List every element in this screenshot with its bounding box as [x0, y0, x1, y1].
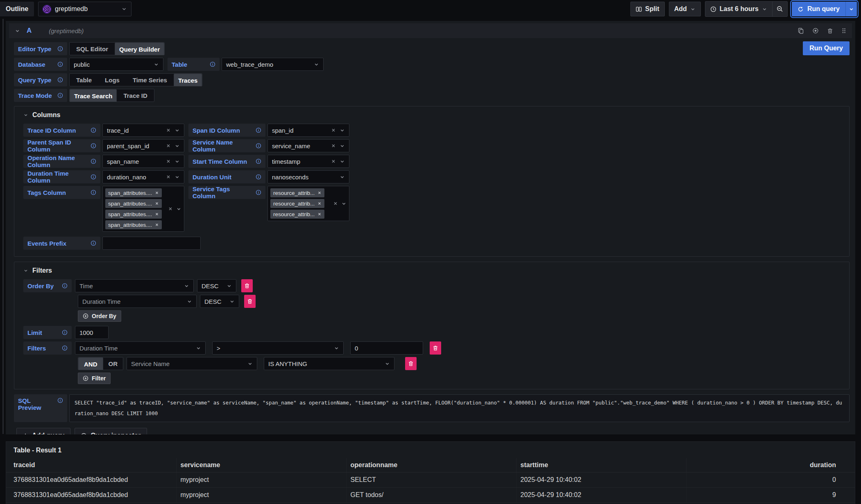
filters-section-header[interactable]: Filters — [23, 267, 849, 274]
outline-button[interactable]: Outline — [0, 2, 34, 16]
remove-order-by-button[interactable] — [241, 279, 253, 292]
start-time-column-select[interactable]: timestamp — [267, 155, 349, 168]
tags-column-multiselect[interactable]: span_attributes.... span_attributes.... … — [102, 186, 184, 232]
operation-name-column-select[interactable]: span_name — [102, 155, 184, 168]
info-icon[interactable] — [210, 61, 215, 67]
info-icon[interactable] — [57, 398, 63, 403]
info-icon[interactable] — [256, 174, 261, 180]
remove-chip-icon[interactable] — [155, 201, 159, 206]
results-title: Table - Result 1 — [6, 442, 855, 458]
top-toolbar: Outline greptimedb Split Add Last — [0, 0, 861, 18]
drag-handle-icon[interactable] — [841, 27, 846, 34]
info-icon[interactable] — [256, 127, 261, 133]
remove-chip-icon[interactable] — [317, 191, 322, 195]
time-range-button[interactable]: Last 6 hours — [705, 2, 772, 16]
chevron-down-icon[interactable] — [341, 201, 347, 206]
info-icon[interactable] — [256, 143, 261, 149]
column-header-duration[interactable]: duration — [686, 458, 855, 472]
remove-query-trash-icon[interactable] — [827, 28, 833, 34]
query-type-time-series[interactable]: Time Series — [126, 74, 174, 86]
trace-id-link[interactable]: 3768831301ea0d65adaef8b9da1cbded — [6, 472, 176, 488]
info-icon[interactable] — [91, 174, 96, 180]
remove-chip-icon[interactable] — [317, 201, 322, 206]
query-row-header[interactable]: A (greptimedb) — [9, 23, 852, 38]
pane-splitter[interactable] — [2, 19, 4, 434]
info-icon[interactable] — [91, 190, 96, 195]
service-tags-column-multiselect[interactable]: resource_attrib... resource_attrib... re… — [267, 186, 349, 221]
query-inspector-button[interactable]: Query inspector — [75, 428, 147, 434]
info-icon[interactable] — [91, 240, 96, 246]
info-icon[interactable] — [91, 127, 96, 133]
column-header-traceid[interactable]: traceid — [6, 458, 176, 472]
table-select[interactable]: web_trace_demo — [222, 58, 324, 71]
filter-join-and[interactable]: AND — [78, 357, 103, 370]
info-icon[interactable] — [57, 93, 63, 98]
remove-order-by-button[interactable] — [244, 295, 256, 308]
info-icon[interactable] — [62, 345, 68, 351]
column-header-starttime[interactable]: starttime — [516, 458, 686, 472]
add-query-button[interactable]: Add query — [16, 428, 70, 434]
table-row: 3768831301ea0d65adaef8b9da1cbded myproje… — [6, 472, 855, 488]
trace-mode-search[interactable]: Trace Search — [70, 89, 117, 102]
remove-chip-icon[interactable] — [155, 212, 159, 216]
run-query-button[interactable]: Run query — [792, 2, 845, 16]
filter-operator-select[interactable]: > — [212, 341, 344, 355]
filter-value-input[interactable]: 0 — [350, 341, 423, 355]
columns-section-header[interactable]: Columns — [23, 111, 849, 119]
info-icon[interactable] — [256, 190, 261, 195]
limit-input[interactable]: 1000 — [75, 326, 109, 339]
database-select[interactable]: public — [69, 58, 163, 71]
remove-filter-button[interactable] — [430, 341, 441, 355]
trace-id-column-select[interactable]: trace_id — [102, 124, 184, 137]
trace-mode-id[interactable]: Trace ID — [117, 89, 154, 102]
run-query-options-caret[interactable] — [845, 2, 857, 16]
remove-chip-icon[interactable] — [317, 212, 322, 216]
column-header-servicename[interactable]: servicename — [176, 458, 346, 472]
parent-span-id-column-select[interactable]: parent_span_id — [102, 139, 184, 152]
column-header-operationname[interactable]: operationname — [346, 458, 516, 472]
datasource-picker[interactable]: greptimedb — [38, 2, 131, 16]
info-icon[interactable] — [57, 61, 63, 67]
order-by-direction-select[interactable]: DESC — [200, 295, 239, 308]
order-by-direction-select[interactable]: DESC — [197, 279, 236, 292]
duration-time-column-select[interactable]: duration_nano — [102, 170, 184, 183]
duplicate-query-icon[interactable] — [798, 27, 804, 34]
span-id-column-select[interactable]: span_id — [267, 124, 349, 137]
info-icon[interactable] — [91, 143, 96, 149]
filter-field-select[interactable]: Duration Time — [75, 341, 206, 355]
order-by-field-select[interactable]: Time — [75, 279, 194, 292]
add-button[interactable]: Add — [669, 2, 701, 16]
split-button[interactable]: Split — [630, 2, 665, 16]
query-type-table[interactable]: Table — [70, 74, 98, 86]
query-type-traces[interactable]: Traces — [174, 74, 202, 86]
clear-all-icon[interactable] — [333, 201, 338, 206]
filter-operator-select[interactable]: IS ANYTHING — [264, 357, 394, 370]
clear-all-icon[interactable] — [168, 206, 173, 211]
events-prefix-input[interactable] — [102, 237, 201, 250]
trace-id-link[interactable]: 3768831301ea0d65adaef8b9da1cbded — [6, 488, 176, 503]
hide-response-eye-icon[interactable] — [812, 27, 819, 34]
zoom-out-time-button[interactable] — [773, 2, 787, 16]
service-name-column-select[interactable]: service_name — [267, 139, 349, 152]
add-filter-button[interactable]: Filter — [78, 373, 111, 384]
info-icon[interactable] — [57, 77, 63, 83]
filter-field-select[interactable]: Service Name — [127, 357, 257, 370]
info-icon[interactable] — [62, 330, 68, 335]
editor-type-query-builder[interactable]: Query Builder — [115, 43, 164, 55]
order-by-field-select[interactable]: Duration Time — [78, 295, 197, 308]
collapse-chevron-icon[interactable] — [15, 28, 20, 34]
remove-chip-icon[interactable] — [155, 223, 159, 227]
info-icon[interactable] — [62, 283, 68, 289]
duration-unit-select[interactable]: nanoseconds — [267, 170, 349, 183]
remove-chip-icon[interactable] — [155, 191, 159, 195]
chevron-down-icon[interactable] — [176, 206, 181, 212]
info-icon[interactable] — [57, 46, 63, 52]
query-type-logs[interactable]: Logs — [98, 74, 126, 86]
panel-run-query-button[interactable]: Run Query — [803, 41, 850, 55]
info-icon[interactable] — [91, 158, 96, 164]
remove-filter-button[interactable] — [405, 357, 417, 370]
info-icon[interactable] — [256, 158, 261, 164]
add-order-by-button[interactable]: Order By — [78, 310, 121, 322]
editor-type-sql-editor[interactable]: SQL Editor — [70, 43, 115, 55]
filter-join-or[interactable]: OR — [103, 357, 123, 370]
